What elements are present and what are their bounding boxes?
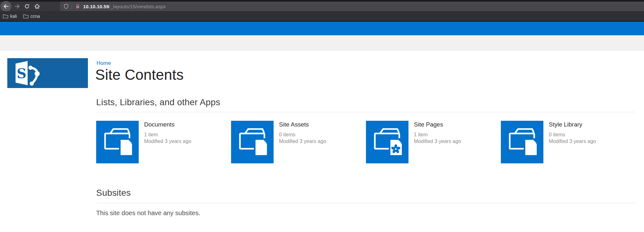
tile-site-assets[interactable]: Site Assets 0 items Modified 3 years ago — [231, 121, 366, 163]
tile-info: Site Pages 1 item Modified 3 years ago — [414, 121, 461, 163]
reload-button[interactable] — [22, 1, 32, 12]
subsites-section-divider — [96, 203, 635, 203]
folder-with-document-icon — [96, 121, 139, 163]
url-domain: 10.10.10.59 — [83, 4, 109, 9]
tile-documents[interactable]: Documents 1 item Modified 3 years ago — [96, 121, 231, 163]
subsites-empty-message: This site does not have any subsites. — [96, 209, 200, 217]
document-library-folder-icon[interactable] — [231, 121, 274, 163]
folder-with-document-icon — [501, 121, 543, 163]
tile-title[interactable]: Documents — [144, 121, 191, 128]
back-icon — [3, 3, 9, 10]
address-bar[interactable]: 10.10.10.59/_layouts/15/viewlsts.aspx — [60, 2, 644, 11]
folder-with-document-icon — [231, 121, 274, 163]
tile-title[interactable]: Site Assets — [279, 121, 326, 128]
document-library-folder-icon[interactable] — [501, 121, 543, 163]
tile-item-count: 0 items — [549, 131, 596, 138]
browser-toolbar: 10.10.10.59/_layouts/15/viewlsts.aspx — [0, 2, 644, 11]
tile-modified: Modified 3 years ago — [144, 138, 191, 145]
url-text[interactable]: 10.10.10.59/_layouts/15/viewlsts.aspx — [83, 4, 166, 9]
tile-info: Documents 1 item Modified 3 years ago — [144, 121, 191, 163]
urlbar-separator — [72, 4, 72, 9]
bookmark-label: ccna — [30, 14, 40, 19]
home-button[interactable] — [32, 1, 43, 12]
tile-item-count: 1 item — [144, 131, 191, 138]
sharepoint-logo: S — [7, 58, 88, 88]
tile-site-pages[interactable]: Site Pages 1 item Modified 3 years ago — [366, 121, 501, 163]
document-library-folder-icon[interactable] — [96, 121, 139, 163]
folder-with-wiki-page-icon — [366, 121, 408, 163]
wiki-page-library-folder-icon[interactable] — [366, 121, 408, 163]
tile-info: Site Assets 0 items Modified 3 years ago — [279, 121, 326, 163]
bookmark-label: kali — [10, 14, 17, 19]
tile-style-library[interactable]: Style Library 0 items Modified 3 years a… — [501, 121, 636, 163]
bookmark-folder-kali[interactable]: kali — [3, 14, 17, 19]
url-path: /_layouts/15/viewlsts.aspx — [109, 4, 166, 9]
sharepoint-site-logo[interactable]: S — [7, 58, 88, 88]
forward-icon — [14, 3, 20, 10]
forward-button[interactable] — [12, 1, 23, 12]
sharepoint-ribbon-band — [0, 35, 644, 51]
subsites-section-heading: Subsites — [96, 188, 131, 198]
tile-modified: Modified 3 years ago — [549, 138, 596, 145]
tile-title[interactable]: Style Library — [549, 121, 596, 128]
bookmark-folder-icon — [23, 14, 29, 18]
bookmarks-toolbar: kali ccna — [0, 11, 644, 21]
bookmark-folder-icon — [3, 14, 8, 18]
tile-item-count: 1 item — [414, 131, 461, 138]
tile-info: Style Library 0 items Modified 3 years a… — [549, 121, 596, 163]
svg-text:S: S — [17, 66, 26, 81]
tile-modified: Modified 3 years ago — [414, 138, 461, 145]
tile-item-count: 0 items — [279, 131, 326, 138]
home-icon — [34, 3, 40, 10]
tile-title[interactable]: Site Pages — [414, 121, 461, 128]
sharepoint-suite-bar — [0, 22, 644, 35]
insecure-lock-icon[interactable] — [75, 3, 80, 9]
app-tiles-row: Documents 1 item Modified 3 years ago Si… — [96, 121, 636, 163]
shield-icon[interactable] — [63, 3, 69, 9]
reload-icon — [24, 3, 30, 10]
tile-modified: Modified 3 years ago — [279, 138, 326, 145]
back-button[interactable] — [1, 1, 11, 12]
breadcrumb-home-link[interactable]: Home — [96, 60, 111, 66]
apps-section-divider — [96, 112, 635, 112]
page-title: Site Contents — [95, 66, 184, 83]
apps-section-heading: Lists, Libraries, and other Apps — [96, 97, 220, 107]
bookmark-folder-ccna[interactable]: ccna — [23, 14, 40, 19]
